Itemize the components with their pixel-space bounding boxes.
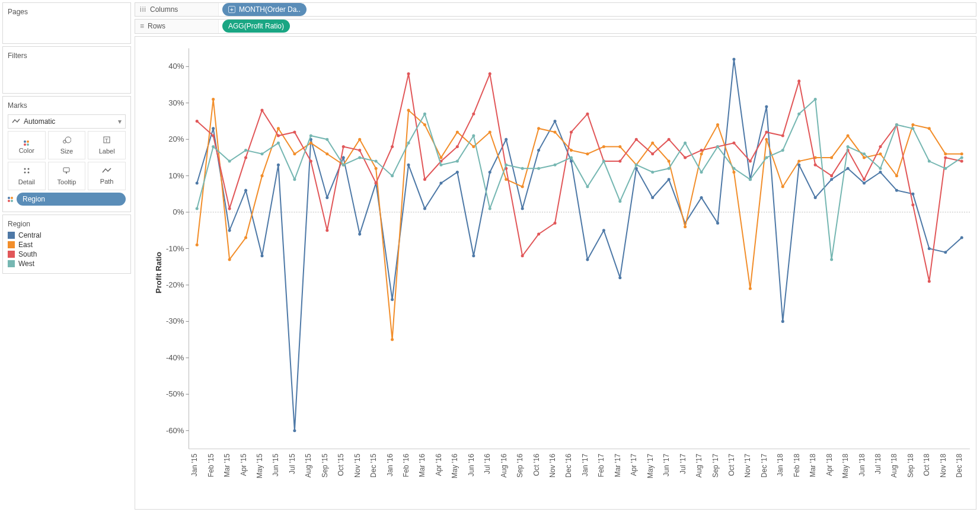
- svg-text:Jun '16: Jun '16: [467, 453, 475, 476]
- marks-field-pill[interactable]: Region: [17, 193, 126, 206]
- svg-text:Apr '18: Apr '18: [825, 453, 834, 476]
- svg-point-194: [472, 112, 475, 115]
- svg-point-257: [716, 145, 719, 148]
- svg-point-166: [797, 159, 800, 162]
- svg-text:Mar '17: Mar '17: [614, 453, 622, 477]
- svg-point-113: [716, 222, 719, 225]
- pages-card[interactable]: Pages: [2, 2, 131, 44]
- detail-icon: [23, 167, 31, 177]
- svg-text:Jun '18: Jun '18: [858, 453, 866, 476]
- legend-item-south[interactable]: South: [8, 249, 126, 259]
- svg-point-129: [196, 243, 199, 246]
- svg-point-102: [537, 149, 540, 152]
- svg-point-259: [749, 178, 752, 181]
- svg-point-81: [196, 181, 199, 184]
- pages-title: Pages: [8, 7, 126, 18]
- svg-point-142: [407, 108, 410, 111]
- svg-point-197: [521, 254, 524, 257]
- svg-point-240: [439, 163, 442, 166]
- svg-point-260: [765, 156, 768, 159]
- marks-path-button[interactable]: Path: [88, 162, 126, 190]
- svg-text:Jul '18: Jul '18: [874, 453, 882, 474]
- svg-point-242: [472, 134, 475, 137]
- svg-text:Dec '18: Dec '18: [955, 453, 963, 478]
- svg-text:Sep '16: Sep '16: [516, 453, 524, 478]
- svg-point-254: [668, 167, 671, 169]
- columns-pill[interactable]: + MONTH(Order Da..: [222, 3, 307, 16]
- svg-text:0%: 0%: [173, 207, 184, 216]
- svg-point-128: [960, 236, 963, 239]
- svg-text:-40%: -40%: [166, 353, 184, 361]
- svg-text:40%: 40%: [168, 62, 184, 71]
- svg-point-225: [196, 207, 199, 210]
- svg-point-82: [212, 127, 215, 130]
- svg-point-136: [309, 141, 312, 144]
- columns-icon: iii: [140, 5, 146, 14]
- rows-icon: ≡: [140, 22, 144, 30]
- svg-point-153: [586, 152, 589, 155]
- rows-shelf[interactable]: ≡ Rows AGG(Profit Ratio): [135, 19, 976, 33]
- svg-point-173: [911, 123, 914, 126]
- svg-point-127: [944, 251, 947, 254]
- svg-point-258: [732, 167, 735, 169]
- svg-point-204: [635, 137, 638, 140]
- chart-viewport[interactable]: Profit Ratio -60%-50%-40%-30%-20%-10%0%1…: [135, 36, 976, 510]
- svg-point-100: [505, 137, 507, 140]
- svg-rect-8: [63, 168, 69, 172]
- svg-point-224: [960, 159, 963, 162]
- filters-card[interactable]: Filters: [2, 46, 131, 94]
- svg-point-180: [244, 156, 247, 159]
- svg-point-216: [830, 174, 833, 177]
- svg-point-117: [781, 319, 784, 322]
- svg-text:Nov '16: Nov '16: [548, 453, 557, 478]
- svg-text:-20%: -20%: [166, 280, 184, 289]
- marks-label-button[interactable]: TLabel: [88, 131, 126, 159]
- svg-point-200: [570, 130, 573, 133]
- svg-text:Jun '17: Jun '17: [662, 453, 671, 476]
- svg-point-140: [375, 167, 378, 169]
- svg-point-120: [830, 178, 833, 181]
- legend-item-east[interactable]: East: [8, 240, 126, 249]
- marks-detail-button[interactable]: Detail: [8, 162, 46, 190]
- legend-item-west[interactable]: West: [8, 259, 126, 268]
- svg-point-262: [797, 112, 800, 115]
- svg-point-182: [277, 134, 280, 137]
- svg-point-187: [358, 149, 361, 152]
- svg-text:Nov '18: Nov '18: [939, 453, 947, 478]
- y-axis-title: Profit Ratio: [154, 252, 163, 293]
- marks-size-button[interactable]: Size: [48, 131, 86, 159]
- columns-shelf[interactable]: iii Columns + MONTH(Order Da..: [135, 2, 976, 17]
- svg-point-249: [586, 185, 589, 188]
- rows-pill[interactable]: AGG(Profit Ratio): [222, 20, 290, 33]
- color-legend-card[interactable]: Region CentralEastSouthWest: [2, 215, 131, 274]
- svg-text:T: T: [105, 137, 108, 143]
- marks-tooltip-button[interactable]: Tooltip: [48, 162, 86, 190]
- svg-point-93: [391, 298, 394, 301]
- svg-text:10%: 10%: [168, 171, 184, 180]
- svg-point-5: [27, 168, 29, 170]
- svg-text:May '15: May '15: [256, 453, 264, 478]
- svg-point-206: [668, 137, 671, 140]
- svg-point-146: [472, 145, 475, 148]
- marks-color-button[interactable]: Color: [8, 131, 46, 159]
- svg-point-123: [879, 171, 882, 174]
- svg-point-218: [863, 178, 866, 181]
- svg-text:Jan '18: Jan '18: [776, 453, 784, 476]
- svg-point-227: [228, 159, 231, 162]
- svg-point-168: [830, 156, 833, 159]
- marks-type-dropdown[interactable]: Automatic ▾: [8, 114, 126, 129]
- svg-point-191: [423, 178, 426, 181]
- svg-point-177: [196, 119, 199, 122]
- legend-item-central[interactable]: Central: [8, 231, 126, 240]
- svg-point-85: [261, 254, 264, 257]
- svg-point-244: [505, 163, 507, 166]
- svg-point-134: [277, 127, 280, 130]
- svg-point-272: [960, 156, 963, 159]
- svg-text:Mar '16: Mar '16: [418, 453, 426, 477]
- svg-point-221: [911, 203, 914, 206]
- svg-text:Nov '15: Nov '15: [353, 453, 362, 478]
- svg-point-151: [554, 130, 557, 133]
- svg-point-170: [863, 156, 866, 159]
- svg-point-159: [684, 225, 687, 228]
- svg-text:Jan '16: Jan '16: [386, 453, 394, 476]
